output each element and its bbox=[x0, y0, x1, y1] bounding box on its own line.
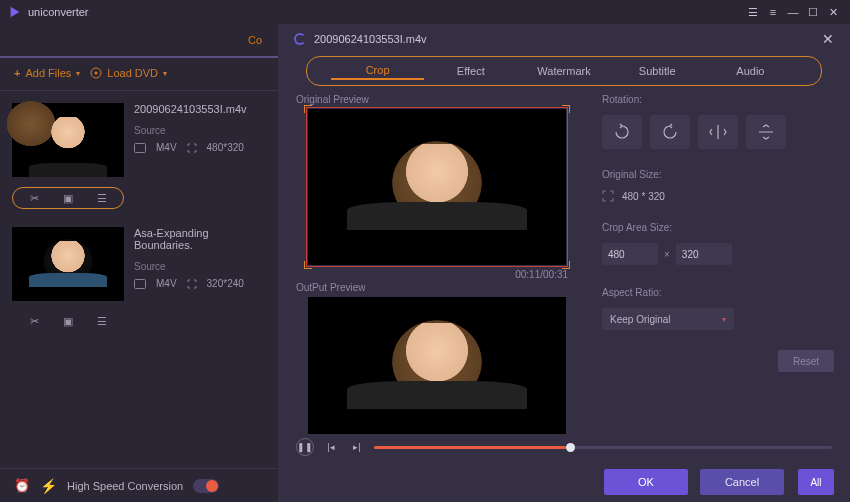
svg-marker-0 bbox=[11, 7, 20, 18]
multiply-icon: × bbox=[664, 249, 670, 260]
file-dimensions: 480*320 bbox=[207, 142, 244, 153]
tab-crop[interactable]: Crop bbox=[331, 64, 424, 80]
expand-icon bbox=[602, 190, 614, 202]
user-icon[interactable]: ☰ bbox=[744, 3, 762, 21]
panel-filename: 20090624103553I.m4v bbox=[314, 33, 427, 45]
source-label: Source bbox=[134, 261, 266, 272]
transport-bar: ❚❚ |◂ ▸| bbox=[278, 434, 850, 462]
file-card[interactable]: 20090624103553I.m4v Source M4V 480*320 bbox=[0, 97, 278, 183]
app-title: uniconverter bbox=[28, 6, 89, 18]
panel-titlebar: 20090624103553I.m4v ✕ bbox=[278, 24, 850, 54]
aspect-ratio-select[interactable]: Keep Original ▾ bbox=[602, 308, 734, 330]
crop-area-label: Crop Area Size: bbox=[602, 222, 834, 233]
aspect-ratio-value: Keep Original bbox=[610, 314, 671, 325]
cancel-button[interactable]: Cancel bbox=[700, 469, 784, 495]
original-size-value: 480 * 320 bbox=[622, 191, 665, 202]
aspect-ratio-label: Aspect Ratio: bbox=[602, 287, 834, 298]
bolt-icon: ⚡ bbox=[40, 478, 57, 494]
nav-convert[interactable]: Co bbox=[248, 34, 262, 46]
load-dvd-label: Load DVD bbox=[107, 67, 158, 79]
preview-column: Original Preview 00:11/00:31 OutPut Prev… bbox=[296, 92, 584, 434]
tab-subtitle[interactable]: Subtitle bbox=[611, 65, 704, 77]
format-icon bbox=[134, 279, 146, 289]
thumbnail bbox=[12, 227, 124, 301]
chevron-down-icon: ▾ bbox=[163, 69, 167, 78]
expand-icon bbox=[187, 143, 197, 153]
high-speed-toggle[interactable] bbox=[193, 479, 219, 493]
all-button[interactable]: All bbox=[798, 469, 834, 495]
prev-frame-button[interactable]: |◂ bbox=[322, 438, 340, 456]
file-dimensions: 320*240 bbox=[207, 278, 244, 289]
format-icon bbox=[134, 143, 146, 153]
mini-tools: ✂ ▣ ☰ bbox=[12, 187, 124, 209]
menu-icon[interactable]: ≡ bbox=[764, 3, 782, 21]
flip-vertical-button[interactable] bbox=[746, 115, 786, 149]
titlebar: uniconverter ☰ ≡ — ☐ ✕ bbox=[0, 0, 850, 24]
high-speed-label: High Speed Conversion bbox=[67, 480, 183, 492]
reset-button[interactable]: Reset bbox=[778, 350, 834, 372]
ok-button[interactable]: OK bbox=[604, 469, 688, 495]
logo-icon bbox=[8, 5, 22, 19]
settings-column: Rotation: Original Size: 480 * 320 Crop … bbox=[602, 92, 834, 434]
rotate-ccw-button[interactable] bbox=[602, 115, 642, 149]
tab-audio[interactable]: Audio bbox=[704, 65, 797, 77]
expand-icon bbox=[187, 279, 197, 289]
tool-row: + Add Files ▾ Load DVD ▾ bbox=[0, 58, 278, 88]
file-format: M4V bbox=[156, 142, 177, 153]
source-label: Source bbox=[134, 125, 266, 136]
rotation-label: Rotation: bbox=[602, 94, 834, 105]
thumbnail bbox=[12, 103, 124, 177]
minimize-button[interactable]: — bbox=[784, 3, 802, 21]
add-files-button[interactable]: + Add Files ▾ bbox=[14, 67, 80, 79]
crop-icon[interactable]: ▣ bbox=[61, 191, 75, 205]
original-preview-label: Original Preview bbox=[296, 94, 584, 105]
close-window-button[interactable]: ✕ bbox=[824, 3, 842, 21]
file-name: 20090624103553I.m4v bbox=[134, 103, 266, 115]
file-card[interactable]: Asa-Expanding Boundaries. Source M4V 320… bbox=[0, 221, 278, 307]
chevron-down-icon: ▾ bbox=[722, 315, 726, 324]
tab-effect[interactable]: Effect bbox=[424, 65, 517, 77]
file-format: M4V bbox=[156, 278, 177, 289]
flip-horizontal-button[interactable] bbox=[698, 115, 738, 149]
timecode: 00:11/00:31 bbox=[296, 269, 568, 280]
editor-tabs: Crop Effect Watermark Subtitle Audio bbox=[306, 56, 822, 86]
load-dvd-button[interactable]: Load DVD ▾ bbox=[90, 67, 167, 79]
crop-height-input[interactable] bbox=[676, 243, 732, 265]
spinner-icon bbox=[294, 33, 306, 45]
editor-panel: 20090624103553I.m4v ✕ Crop Effect Waterm… bbox=[278, 24, 850, 502]
seek-slider[interactable] bbox=[374, 446, 832, 449]
output-preview-label: OutPut Preview bbox=[296, 282, 584, 293]
tab-watermark[interactable]: Watermark bbox=[517, 65, 610, 77]
svg-rect-3 bbox=[135, 143, 146, 152]
crop-width-input[interactable] bbox=[602, 243, 658, 265]
trim-icon[interactable]: ✂ bbox=[27, 191, 41, 205]
file-name: Asa-Expanding Boundaries. bbox=[134, 227, 266, 251]
top-nav: Co bbox=[0, 24, 278, 58]
output-preview bbox=[308, 297, 566, 434]
adjust-icon[interactable]: ☰ bbox=[95, 191, 109, 205]
disc-icon bbox=[90, 67, 102, 79]
panel-footer: OK Cancel All bbox=[278, 462, 850, 502]
trim-icon[interactable]: ✂ bbox=[27, 314, 41, 328]
alarm-icon[interactable]: ⏰ bbox=[14, 478, 30, 493]
svg-rect-4 bbox=[135, 279, 146, 288]
next-frame-button[interactable]: ▸| bbox=[348, 438, 366, 456]
svg-point-2 bbox=[95, 72, 98, 75]
crop-icon[interactable]: ▣ bbox=[61, 314, 75, 328]
left-column: Co + Add Files ▾ Load DVD ▾ 200906241035… bbox=[0, 24, 278, 502]
pause-button[interactable]: ❚❚ bbox=[296, 438, 314, 456]
mini-tools: ✂ ▣ ☰ bbox=[12, 311, 124, 331]
adjust-icon[interactable]: ☰ bbox=[95, 314, 109, 328]
maximize-button[interactable]: ☐ bbox=[804, 3, 822, 21]
add-files-label: Add Files bbox=[25, 67, 71, 79]
close-panel-button[interactable]: ✕ bbox=[822, 31, 834, 47]
rotation-row bbox=[602, 115, 834, 149]
original-size-label: Original Size: bbox=[602, 169, 834, 180]
rotate-cw-button[interactable] bbox=[650, 115, 690, 149]
chevron-down-icon: ▾ bbox=[76, 69, 80, 78]
original-preview[interactable] bbox=[308, 109, 566, 265]
bottom-bar: ⏰ ⚡ High Speed Conversion bbox=[0, 468, 278, 502]
